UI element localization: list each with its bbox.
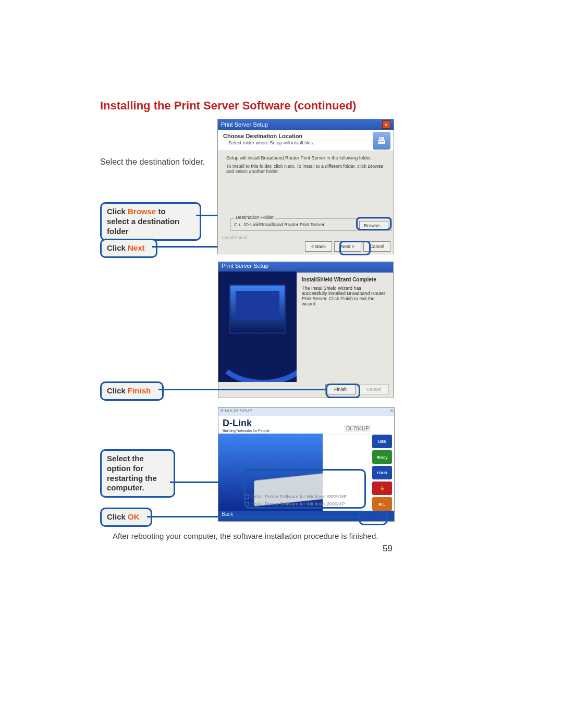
brand-name: D-Link [223, 418, 252, 428]
option-98[interactable]: Install Printer Software for Windows 98S… [244, 494, 347, 499]
connector-line [147, 516, 359, 517]
brand-tagline: Building Networks for People [223, 429, 270, 433]
text: Click [107, 243, 128, 252]
callout-click-finish: Click Finish [100, 381, 164, 401]
radio-icon [244, 502, 249, 507]
wizard-button-row: < Back Next > Cancel [305, 241, 390, 252]
destination-label: Destination Folder [234, 215, 275, 220]
window-titlebar: Print Server Setup × [218, 119, 394, 130]
swoosh-icon [218, 317, 297, 382]
option-label: Install Printer Software for Windows 200… [251, 501, 345, 507]
page: Installing the Print Server Software (co… [0, 0, 563, 728]
screenshot-destination: Print Server Setup × Choose Destination … [217, 119, 394, 254]
text: select a destination [107, 217, 179, 226]
brand-row: D-Link Building Networks for People DI-7… [218, 416, 394, 435]
option-2000[interactable]: Install Printer Software for Windows 200… [244, 501, 347, 507]
body-line2: To install to this folder, click Next. T… [226, 164, 385, 174]
browse-word: Browse [128, 207, 156, 216]
window-titlebar: Print Server Setup [218, 262, 393, 273]
close-icon[interactable]: × [382, 120, 390, 129]
destination-folder-group: Destination Folder C:\...\D-Link\Broadba… [230, 218, 392, 231]
dlink-logo: D-Link Building Networks for People [223, 418, 270, 433]
wizard-right-panel: InstallShield Wizard Complete The Instal… [297, 272, 393, 382]
wizard-heading: Choose Destination Location [223, 133, 388, 139]
installshield-label: InstallShield [222, 235, 248, 240]
printer-icon: 🖶 [373, 132, 390, 150]
text: Click [107, 207, 128, 216]
text: Click [107, 512, 128, 521]
finish-word: Finish [128, 386, 151, 395]
screenshot-dlink: D-Link DI-704UP × D-Link Building Networ… [218, 407, 395, 522]
install-options: Install Printer Software for Windows 98S… [244, 494, 347, 509]
next-word: Next [128, 243, 145, 252]
text: computer. [107, 483, 144, 492]
text: option for [107, 464, 143, 473]
wizard-body: Setup will install Broadband Router Prin… [218, 151, 394, 178]
screenshot-complete: Print Server Setup InstallShield Wizard … [218, 262, 394, 398]
connector-line [158, 389, 327, 390]
cancel-button: Cancel [359, 384, 389, 394]
text: to [156, 207, 165, 216]
badge-ready: Ready [372, 450, 392, 464]
browse-button[interactable]: Browse... [359, 221, 388, 230]
radio-icon [244, 495, 249, 499]
badge-four: FOUR [372, 466, 392, 479]
finish-button[interactable]: Finish [325, 384, 356, 394]
option-label: Install Printer Software for Windows 98S… [251, 494, 347, 499]
wizard-sidebar-graphic [218, 272, 297, 382]
badge-all: ALL [372, 497, 392, 511]
footer-note: After rebooting your computer, the softw… [113, 532, 378, 540]
text: folder [107, 227, 129, 236]
complete-heading: InstallShield Wizard Complete [302, 277, 388, 282]
page-number: 59 [383, 544, 407, 561]
next-button[interactable]: Next > [334, 241, 361, 252]
window-title: D-Link DI-704UP [221, 408, 252, 413]
connector-line [170, 482, 244, 483]
body-line1: Setup will install Broadband Router Prin… [226, 155, 385, 161]
page-title: Installing the Print Server Software (co… [100, 99, 356, 113]
callout-click-browse: Click Browse to select a destination fol… [100, 202, 201, 241]
model-badge: DI-704UP [344, 425, 371, 432]
text: Select the [107, 454, 144, 463]
wizard-button-row: Finish Cancel [325, 384, 389, 394]
badge-usb: USB [372, 435, 392, 448]
callout-click-next: Click Next [100, 239, 157, 258]
window-topbar: D-Link DI-704UP × [218, 408, 394, 416]
text: restarting the [107, 474, 157, 483]
back-button[interactable]: < Back [305, 241, 332, 252]
cancel-button[interactable]: Cancel [363, 241, 390, 252]
badge-column: USB Ready FOUR 🔒 ALL [372, 435, 392, 511]
window-title: Print Server Setup [221, 121, 268, 128]
instruction-select-destination: Select the destination folder. [100, 157, 205, 167]
badge-lock: 🔒 [372, 482, 392, 495]
callout-click-ok: Click OK [100, 508, 152, 527]
ok-word: OK [128, 512, 140, 521]
callout-select-option: Select the option for restarting the com… [100, 449, 175, 498]
wizard-subheading: Select folder where Setup will install f… [228, 140, 388, 145]
complete-text: The InstallShield Wizard has successfull… [302, 286, 388, 306]
text: Click [107, 386, 128, 395]
close-icon[interactable]: × [390, 408, 393, 413]
wizard-header: Choose Destination Location Select folde… [218, 130, 394, 151]
